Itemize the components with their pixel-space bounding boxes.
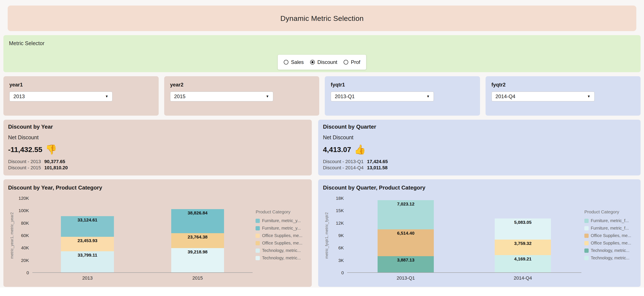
kpi-detail-value: 101,810.20 (44, 164, 68, 171)
legend-item-label: Technology, metric... (262, 256, 301, 260)
filter-label: year1 (9, 82, 153, 88)
kpi-row: Discount by Year Net Discount -11,432.55… (4, 120, 640, 176)
bar-segment[interactable]: 4,169.21 (495, 255, 551, 272)
chevron-down-icon: ▼ (587, 94, 590, 98)
stacked-bar-chart: metric_fyqtr1, metric_fyqtr218K15K12K9K6… (323, 198, 636, 281)
legend-item-label: Technology, metric... (591, 248, 630, 253)
chevron-down-icon: ▼ (426, 94, 430, 98)
legend-item[interactable]: Office Supplies, me... (256, 241, 307, 246)
legend-item-label: Office Supplies, me... (591, 241, 631, 246)
plot: 3,887.136,514.407,023.124,169.213,759.32… (347, 198, 582, 273)
bar-segment[interactable]: 5,083.05 (495, 218, 551, 240)
page-header: Dynamic Metric Selection (8, 6, 636, 31)
year2-dropdown[interactable]: 2015 ▼ (170, 92, 273, 101)
legend-swatch-icon (584, 226, 589, 230)
kpi-detail-row: Discount - 2014-Q4 13,011.58 (323, 164, 636, 171)
legend-item-label: Furniture, metric_y... (262, 226, 301, 230)
bar-slot: 3,887.136,514.407,023.12 (347, 198, 464, 272)
stacked-bar: 33,799.1123,453.9333,124.61 (61, 216, 114, 272)
dashboard-canvas: Dynamic Metric Selection Metric Selector… (0, 0, 644, 287)
bar-segment[interactable]: 23,764.38 (171, 233, 224, 248)
kpi-detail-label: Discount - 2013 (8, 158, 41, 164)
radio-icon[interactable] (284, 60, 288, 64)
bar-segment[interactable]: 7,023.12 (378, 200, 434, 229)
legend-swatch-icon (256, 241, 260, 245)
stacked-bar: 4,169.213,759.325,083.05 (495, 218, 551, 272)
year1-dropdown[interactable]: 2013 ▼ (9, 92, 112, 101)
dropdown-value: 2013-Q1 (335, 94, 354, 100)
radio-label: Sales (291, 59, 304, 65)
y-axis-label: metric_fyqtr1, metric_fyqtr2 (323, 198, 330, 273)
bar-value-label: 33,124.61 (61, 218, 114, 222)
filter-panel-fyqtr2: fyqtr2 2014-Q4 ▼ (486, 76, 641, 116)
y-tick-label: 0 (26, 270, 29, 275)
kpi-number: 4,413.07 (323, 146, 351, 154)
filter-row: year1 2013 ▼ year2 2015 ▼ fyqtr1 2013-Q1… (4, 76, 640, 116)
bar-value-label: 23,453.93 (61, 238, 114, 243)
legend-item[interactable]: Technology, metric... (256, 248, 307, 253)
dropdown-value: 2014-Q4 (496, 94, 515, 100)
bar-value-label: 6,514.40 (378, 230, 434, 236)
legend-swatch-icon (584, 248, 589, 253)
y-axis: 18K15K12K9K6K3K0 (330, 198, 347, 273)
radio-option-prof[interactable]: Prof (344, 59, 360, 65)
bar-slot: 4,169.213,759.325,083.05 (464, 198, 582, 272)
legend-item-label: Office Supplies, me... (591, 233, 631, 238)
radio-icon[interactable] (344, 60, 348, 64)
legend-swatch-icon (584, 219, 589, 223)
bar-segment[interactable]: 23,453.93 (61, 237, 114, 251)
legend-item[interactable]: Furniture, metric_f... (584, 218, 636, 223)
bar-segment[interactable]: 39,218.98 (171, 248, 224, 272)
stacked-bar: 39,218.9823,764.3838,826.84 (171, 209, 224, 272)
kpi-detail-row: Discount - 2015 101,810.20 (8, 164, 307, 171)
fyqtr2-dropdown[interactable]: 2014-Q4 ▼ (492, 92, 594, 101)
legend-item[interactable]: Furniture, metric_y... (256, 226, 307, 230)
legend-swatch-icon (256, 248, 260, 253)
filter-panel-fyqtr1: fyqtr1 2013-Q1 ▼ (325, 76, 480, 116)
bar-segment[interactable]: 38,826.84 (171, 209, 224, 233)
kpi-detail-value: 17,424.65 (367, 158, 388, 164)
chart-legend: Product CategoryFurniture, metric_y...Fu… (252, 198, 307, 273)
legend-item[interactable]: Technology, metric... (584, 256, 636, 260)
chevron-down-icon: ▼ (266, 94, 269, 98)
bar-segment[interactable]: 6,514.40 (378, 229, 434, 256)
filter-label: fyqtr2 (492, 82, 635, 88)
kpi-detail-rows: Discount - 2013-Q1 17,424.65 Discount - … (323, 158, 636, 171)
radio-icon[interactable] (310, 60, 315, 64)
legend-item[interactable]: Technology, metric... (256, 256, 307, 260)
legend-item[interactable]: Office Supplies, me... (584, 233, 636, 238)
chart-panel-discount-by-year: Discount by Year, Product Category metri… (4, 179, 312, 287)
bar-value-label: 23,764.38 (171, 234, 224, 240)
bar-segment[interactable]: 33,124.61 (61, 216, 114, 237)
chart-row: Discount by Year, Product Category metri… (4, 179, 640, 287)
bar-segment[interactable]: 33,799.11 (61, 251, 114, 272)
legend-swatch-icon (256, 226, 260, 230)
kpi-panel-discount-by-quarter: Discount by Quarter Net Discount 4,413.0… (318, 120, 640, 176)
stacked-bar-chart: metric_year1, metric_year2120K100K80K60K… (8, 198, 307, 281)
legend-item-label: Furniture, metric_f... (591, 226, 629, 230)
legend-item[interactable]: Furniture, metric_f... (584, 226, 636, 230)
kpi-detail-value: 13,011.58 (367, 164, 388, 171)
fyqtr1-dropdown[interactable]: 2013-Q1 ▼ (331, 92, 434, 101)
radio-option-discount[interactable]: Discount (310, 59, 337, 65)
bar-segment[interactable]: 3,759.32 (495, 240, 551, 255)
y-tick-label: 3K (338, 258, 344, 263)
kpi-detail-label: Discount - 2013-Q1 (323, 158, 364, 164)
y-tick-label: 100K (18, 208, 29, 213)
legend-item[interactable]: Furniture, metric_y... (256, 218, 307, 223)
thumbs-down-icon: 👎 (45, 145, 57, 154)
x-axis-label: 2015 (142, 275, 252, 281)
radio-option-sales[interactable]: Sales (284, 59, 304, 65)
thumbs-up-icon: 👍 (354, 145, 366, 154)
legend-item-label: Technology, metric... (262, 248, 301, 253)
chart-legend: Product CategoryFurniture, metric_f...Fu… (582, 198, 636, 273)
y-tick-label: 0 (342, 270, 344, 275)
dropdown-value: 2015 (174, 94, 186, 100)
bar-segment[interactable]: 3,887.13 (378, 256, 434, 272)
legend-item[interactable]: Technology, metric... (584, 248, 636, 253)
legend-item[interactable]: Office Supplies, me... (584, 241, 636, 246)
kpi-detail-row: Discount - 2013-Q1 17,424.65 (323, 158, 636, 164)
bar-value-label: 38,826.84 (171, 210, 224, 216)
legend-item[interactable]: Office Supplies, me... (256, 233, 307, 238)
chart-panel-discount-by-quarter: Discount by Quarter, Product Category me… (318, 179, 640, 287)
